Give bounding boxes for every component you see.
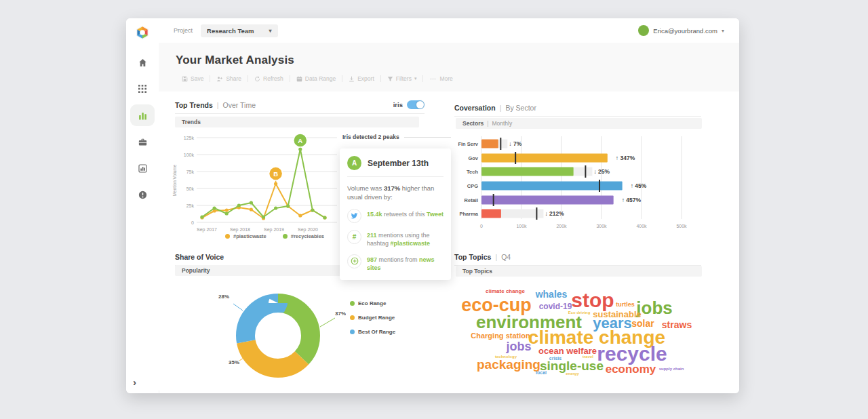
insight-link[interactable]: Tweet bbox=[427, 211, 443, 218]
cloud-word[interactable]: jobs bbox=[506, 340, 531, 353]
peak-badge-a[interactable]: A bbox=[294, 134, 307, 147]
insight-link[interactable]: #plasticwaste bbox=[391, 240, 431, 247]
chevron-down-icon: ▾ bbox=[414, 76, 417, 81]
sidebar-nav bbox=[126, 54, 159, 203]
cloud-word[interactable]: turtles bbox=[616, 302, 635, 308]
insight-item: # 211 mentions using the hashtag #plasti… bbox=[347, 230, 443, 247]
cloud-word[interactable]: energy bbox=[566, 372, 579, 376]
svg-text:↑ 457%: ↑ 457% bbox=[622, 197, 642, 203]
top-topics-subtitle: Q4 bbox=[501, 253, 511, 261]
share-button[interactable]: Share bbox=[210, 75, 248, 82]
sidebar-item-apps[interactable] bbox=[132, 80, 153, 98]
insight-card: A September 13th Volume was 317% higher … bbox=[340, 148, 451, 280]
svg-text:↓ 7%: ↓ 7% bbox=[509, 140, 521, 147]
word-cloud: climate changewhalesstopturtleseco-cupco… bbox=[454, 280, 705, 385]
svg-text:Fin Serv: Fin Serv bbox=[458, 141, 478, 147]
cloud-word[interactable]: single-use bbox=[540, 359, 604, 372]
sidebar-item-alerts[interactable] bbox=[132, 186, 153, 203]
peak-badge-b[interactable]: B bbox=[269, 167, 283, 180]
trends-subtitle: Over Time bbox=[223, 101, 256, 109]
bar-tech[interactable] bbox=[481, 167, 574, 176]
svg-text:Retail: Retail bbox=[465, 197, 478, 203]
svg-text:100k: 100k bbox=[184, 153, 195, 157]
main-area: Project Research Team ▾ Erica@yourbrand.… bbox=[159, 18, 739, 393]
donut-legend: Eco RangeBudget RangeBest Of Range bbox=[350, 300, 395, 335]
cloud-word[interactable]: recycle bbox=[597, 344, 667, 364]
cloud-word[interactable]: ocean welfare bbox=[538, 346, 597, 355]
svg-text:400k: 400k bbox=[636, 224, 647, 228]
hashtag-icon: # bbox=[347, 230, 361, 244]
sidebar-collapse-chevron-icon[interactable]: › bbox=[133, 376, 136, 388]
svg-text:0: 0 bbox=[191, 220, 194, 225]
save-button[interactable]: Save bbox=[176, 75, 210, 82]
data-range-icon bbox=[296, 76, 302, 82]
bar-pharma[interactable] bbox=[481, 210, 501, 218]
cloud-word[interactable]: packaging bbox=[477, 358, 540, 371]
more-button[interactable]: More bbox=[422, 75, 458, 82]
sidebar-item-home[interactable] bbox=[132, 54, 153, 71]
iris-toggle[interactable] bbox=[407, 100, 425, 109]
user-email: Erica@yourbrand.com bbox=[653, 27, 717, 35]
sidebar-item-reports[interactable] bbox=[132, 159, 153, 177]
report-chart-icon bbox=[138, 164, 147, 173]
svg-text:↓ 25%: ↓ 25% bbox=[593, 168, 610, 175]
share-of-voice-donut-chart: 37%35%28% bbox=[170, 276, 346, 391]
alert-circle-icon bbox=[138, 191, 147, 199]
cloud-word[interactable]: jobs bbox=[636, 299, 672, 317]
donut-legend-item: Budget Range bbox=[350, 315, 395, 321]
bar-retail[interactable] bbox=[481, 196, 614, 205]
cloud-word[interactable]: climate change bbox=[486, 289, 525, 294]
top-topics-title: Top Topics bbox=[454, 253, 491, 261]
bar-gov[interactable] bbox=[481, 154, 608, 163]
svg-text:0: 0 bbox=[480, 224, 483, 228]
bar-fin-serv[interactable] bbox=[481, 140, 498, 148]
svg-text:Sep 2019: Sep 2019 bbox=[264, 227, 284, 233]
export-icon bbox=[349, 76, 355, 82]
project-select[interactable]: Research Team ▾ bbox=[201, 24, 278, 37]
svg-text:CPG: CPG bbox=[467, 183, 478, 189]
sidebar: › bbox=[126, 18, 159, 393]
data-range-button[interactable]: Data Range bbox=[290, 75, 342, 82]
user-menu[interactable]: Erica@yourbrand.com ▾ bbox=[638, 25, 724, 36]
svg-text:25k: 25k bbox=[186, 203, 195, 208]
save-icon bbox=[182, 76, 188, 82]
toggle-knob bbox=[416, 101, 424, 108]
analytics-bars-icon bbox=[138, 111, 147, 120]
cloud-word[interactable]: Charging station bbox=[471, 332, 530, 340]
toolbar: SaveShareRefreshData RangeExportFilters▾… bbox=[176, 75, 459, 82]
svg-text:↓ 212%: ↓ 212% bbox=[545, 210, 564, 217]
svg-text:100k: 100k bbox=[516, 224, 527, 228]
svg-text:500k: 500k bbox=[676, 224, 687, 228]
refresh-button[interactable]: Refresh bbox=[248, 75, 290, 82]
sidebar-item-analytics[interactable] bbox=[132, 106, 153, 124]
svg-text:Tech: Tech bbox=[467, 169, 478, 175]
filters-button[interactable]: Filters▾ bbox=[380, 75, 423, 82]
conversation-section-header: Coversation | By Sector bbox=[454, 104, 701, 117]
peak-a-badge: A bbox=[347, 156, 361, 170]
share-of-voice-title: Share of Voice bbox=[175, 253, 224, 261]
cloud-word[interactable]: local bbox=[536, 370, 547, 375]
export-button[interactable]: Export bbox=[342, 75, 380, 82]
project-select-value: Research Team bbox=[207, 27, 254, 35]
svg-text:Sep 2018: Sep 2018 bbox=[230, 227, 250, 233]
cloud-word[interactable]: straws bbox=[662, 320, 692, 330]
legend-dot bbox=[225, 234, 230, 239]
insight-value: 211 bbox=[367, 232, 377, 239]
apps-grid-icon bbox=[138, 85, 146, 93]
insight-link[interactable]: news sites bbox=[367, 256, 435, 271]
cloud-word[interactable]: whales bbox=[536, 290, 568, 299]
cloud-word[interactable]: economy bbox=[606, 363, 656, 375]
svg-text:50k: 50k bbox=[186, 186, 195, 191]
page-header: Your Market Analysis SaveShareRefreshDat… bbox=[159, 43, 739, 92]
bar-cpg[interactable] bbox=[481, 182, 623, 191]
sidebar-item-projects[interactable] bbox=[132, 133, 153, 151]
svg-text:Gov: Gov bbox=[468, 155, 478, 161]
insight-item: 987 mentions from news sites bbox=[347, 254, 443, 272]
svg-text:28%: 28% bbox=[218, 294, 229, 300]
svg-text:↑ 45%: ↑ 45% bbox=[631, 182, 647, 189]
insight-card-title: September 13th bbox=[368, 159, 429, 168]
legend-item: #recycleables bbox=[283, 233, 324, 239]
cloud-word[interactable]: covid-19 bbox=[539, 302, 572, 311]
cloud-word[interactable]: stop bbox=[571, 290, 614, 311]
cloud-word[interactable]: supply chain bbox=[659, 367, 684, 371]
